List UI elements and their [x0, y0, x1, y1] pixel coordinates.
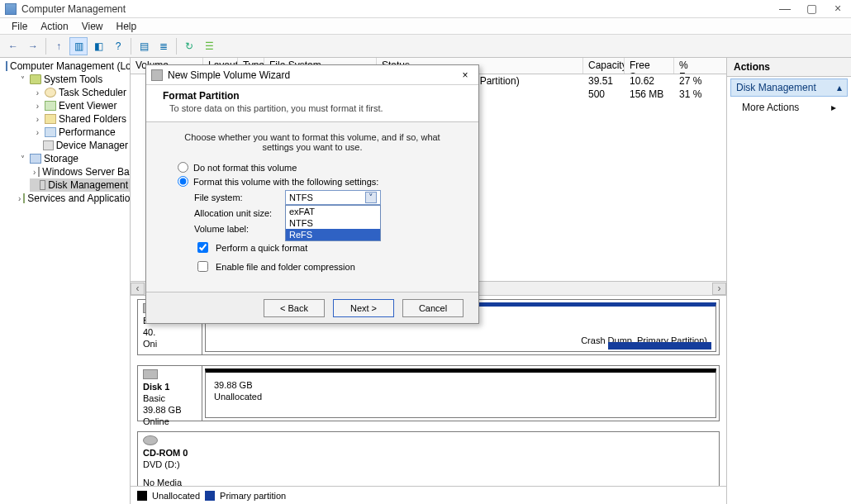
opt-do-not-format[interactable]: Do not format this volume: [178, 162, 457, 173]
col-freespace[interactable]: Free Space: [625, 58, 674, 74]
quick-format-checkbox[interactable]: Perform a quick format: [194, 240, 457, 255]
checkbox-quick[interactable]: [197, 242, 208, 253]
view-bottom-button[interactable]: [155, 37, 173, 55]
cell-pfree: 31 %: [674, 88, 709, 101]
disk0-top-band: [608, 342, 711, 349]
compression-checkbox[interactable]: Enable file and folder compression: [194, 259, 457, 274]
radio-noformat[interactable]: [178, 162, 188, 173]
list-icon: [159, 40, 168, 52]
checkbox-label: Perform a quick format: [216, 243, 307, 253]
expand-icon[interactable]: ›: [18, 194, 21, 203]
maximize-button[interactable]: ▢: [798, 0, 825, 18]
expand-icon[interactable]: ›: [33, 102, 42, 111]
tree-system-tools[interactable]: ˅ System Tools: [15, 73, 130, 86]
properties-icon: [94, 40, 103, 52]
partition-size: 39.88 GB: [214, 379, 707, 391]
properties-button[interactable]: [89, 37, 107, 55]
navigation-tree[interactable]: Computer Management (Local) ˅ System Too…: [0, 58, 131, 504]
volume-label-label: Volume label:: [194, 224, 277, 234]
checkbox-compress[interactable]: [197, 261, 208, 272]
nav-forward-button[interactable]: [24, 37, 42, 55]
view-top-button[interactable]: [135, 37, 153, 55]
tree-device-manager[interactable]: Device Manager: [30, 139, 130, 152]
chevron-right-icon: ▸: [831, 102, 836, 113]
tree-label: Event Viewer: [59, 100, 116, 112]
radio-format[interactable]: [178, 176, 188, 187]
wizard-footer: < Back Next > Cancel: [146, 292, 478, 323]
refresh-button[interactable]: [180, 37, 198, 55]
disk1-unallocated[interactable]: 39.88 GB Unallocated: [205, 368, 716, 418]
legend-swatch-unallocated: [137, 491, 147, 501]
help-icon: [116, 40, 121, 52]
expand-icon[interactable]: ›: [33, 88, 42, 97]
mmc-icon: [6, 61, 7, 71]
filesystem-dropdown[interactable]: exFAT NTFS ReFS: [285, 205, 381, 241]
radio-label: Format this volume with the following se…: [193, 177, 378, 187]
collapse-icon[interactable]: ˅: [18, 155, 27, 164]
tree-disk-management[interactable]: Disk Management: [30, 178, 130, 192]
col-pfree[interactable]: % Free: [674, 58, 709, 74]
performance-icon: [45, 127, 56, 137]
tree-label: Task Scheduler: [59, 87, 126, 98]
back-button[interactable]: < Back: [264, 299, 325, 317]
disk-header: Disk 1 Basic 39.88 GB Online: [138, 366, 202, 421]
dropdown-item-refs[interactable]: ReFS: [286, 229, 380, 240]
tree-root-node[interactable]: Computer Management (Local): [0, 59, 130, 73]
col-capacity[interactable]: Capacity: [583, 58, 625, 74]
tree-server-backup[interactable]: ›Windows Server Backup: [30, 165, 130, 178]
tree-storage[interactable]: ˅ Storage: [15, 152, 130, 165]
show-tree-button[interactable]: [69, 37, 88, 55]
dropdown-item-exfat[interactable]: exFAT: [286, 206, 380, 217]
app-icon: [5, 3, 17, 15]
actions-header: Actions: [727, 58, 851, 77]
actions-more[interactable]: More Actions ▸: [727, 98, 851, 116]
nav-back-button[interactable]: [4, 37, 22, 55]
menu-help[interactable]: Help: [110, 18, 144, 35]
tree-task-scheduler[interactable]: ›Task Scheduler: [30, 86, 130, 99]
expand-icon[interactable]: ›: [33, 115, 42, 124]
close-button[interactable]: ×: [825, 0, 851, 18]
collapse-icon[interactable]: ˅: [18, 75, 27, 84]
refresh-icon: [185, 40, 193, 52]
services-icon: [23, 193, 25, 203]
arrow-right-icon: [28, 40, 38, 52]
wizard-close-button[interactable]: ×: [457, 68, 473, 83]
tree-label: Shared Folders: [59, 113, 126, 125]
wizard-titlebar[interactable]: New Simple Volume Wizard ×: [146, 65, 478, 85]
up-level-button[interactable]: [50, 37, 68, 55]
toolbar-separator: [176, 38, 177, 55]
arrow-left-icon: [8, 40, 18, 52]
filesystem-label: File system:: [194, 193, 277, 202]
menu-view[interactable]: View: [75, 18, 110, 35]
dropdown-item-ntfs[interactable]: NTFS: [286, 217, 380, 229]
actions-disk-management[interactable]: Disk Management ▴: [730, 78, 848, 97]
expand-icon[interactable]: ›: [33, 168, 36, 177]
tree-event-viewer[interactable]: ›Event Viewer: [30, 99, 130, 112]
tree-services-apps[interactable]: › Services and Applications: [15, 192, 130, 205]
scroll-left-button[interactable]: ‹: [131, 283, 145, 295]
filesystem-combo[interactable]: NTFS ˅ exFAT NTFS ReFS: [285, 190, 381, 205]
disk1-block[interactable]: Disk 1 Basic 39.88 GB Online 39.88 GB Un…: [137, 365, 720, 421]
tree-label: Computer Management (Local): [10, 60, 131, 72]
chevron-down-icon[interactable]: ˅: [365, 192, 377, 203]
opt-format[interactable]: Format this volume with the following se…: [178, 176, 457, 187]
next-button[interactable]: Next >: [333, 299, 394, 317]
cell-capacity: 39.51 GB: [583, 74, 625, 88]
minimize-button[interactable]: —: [772, 0, 798, 18]
tree-performance[interactable]: ›Performance: [30, 126, 130, 139]
help-button[interactable]: [109, 37, 127, 55]
scroll-right-button[interactable]: ›: [712, 283, 726, 295]
expand-icon[interactable]: ›: [33, 128, 42, 137]
settings-button[interactable]: [200, 37, 218, 55]
disk-icon: [40, 180, 45, 190]
tree-shared-folders[interactable]: ›Shared Folders: [30, 112, 130, 126]
cancel-button[interactable]: Cancel: [402, 299, 464, 317]
wizard-icon: [151, 69, 163, 81]
checkbox-label: Enable file and folder compression: [216, 262, 355, 272]
cell-free: 10.62 GB: [625, 74, 674, 88]
menu-file[interactable]: File: [5, 18, 34, 35]
actions-title: Disk Management: [736, 82, 816, 93]
wizard-heading: Format Partition: [163, 90, 462, 102]
cdrom-block[interactable]: CD-ROM 0 DVD (D:) No Media: [137, 431, 720, 486]
menu-action[interactable]: Action: [34, 18, 74, 35]
